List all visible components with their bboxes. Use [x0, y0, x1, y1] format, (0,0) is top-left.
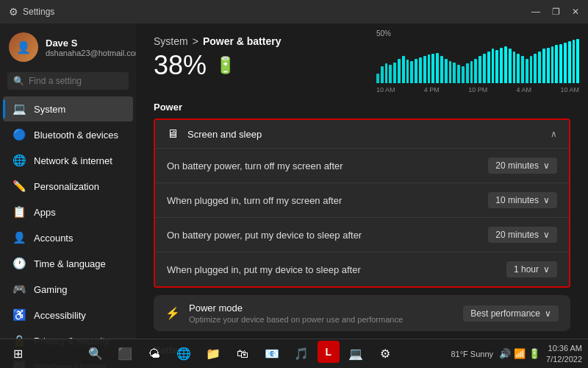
search-input[interactable] — [29, 76, 123, 86]
sidebar-item-network[interactable]: 🌐 Network & internet — [3, 148, 133, 173]
sidebar-item-system[interactable]: 💻 System — [3, 96, 133, 121]
power-mode-row[interactable]: ⚡ Power mode Optimize your device based … — [154, 295, 570, 331]
chart-bar — [470, 61, 473, 83]
close-button[interactable]: ✕ — [572, 7, 579, 17]
network-status-icon[interactable]: 📶 — [514, 348, 526, 359]
system-icon: 💻 — [12, 102, 26, 116]
sidebar-item-accessibility[interactable]: ♿ Accessibility — [3, 302, 133, 328]
sidebar-item-label-bluetooth: Bluetooth & devices — [34, 130, 118, 141]
search-box[interactable]: 🔍 — [7, 72, 129, 90]
chart-bar — [445, 59, 448, 83]
minimize-button[interactable]: — — [531, 7, 540, 17]
nav-section: 💻 System 🔵 Bluetooth & devices 🌐 Network… — [0, 96, 136, 368]
titlebar-title: Settings — [23, 7, 54, 17]
sidebar-item-label-gaming: Gaming — [34, 284, 68, 295]
setting-row-plugged-sleep: When plugged in, put my device to sleep … — [155, 252, 569, 286]
user-info: Dave S dshanaha23@hotmail.com — [46, 38, 142, 57]
chart-bar — [381, 66, 384, 83]
sidebar-item-personalization[interactable]: ✏️ Personalization — [3, 174, 133, 199]
chart-bar — [376, 74, 379, 83]
time-label-4: 4 AM — [517, 86, 532, 93]
chart-bars — [376, 39, 579, 83]
time-label-5: 10 AM — [560, 86, 579, 93]
user-email: dshanaha23@hotmail.com — [46, 49, 142, 57]
setting-label-plugged-sleep: When plugged in, put my device to sleep … — [167, 264, 361, 275]
sidebar-item-label-apps: Apps — [34, 207, 56, 218]
power-mode-icon: ⚡ — [165, 306, 180, 320]
chart-bar — [415, 59, 417, 83]
battery-status-icon[interactable]: 🔋 — [528, 348, 540, 359]
plugged-sleep-value-dropdown[interactable]: 1 hour ∨ — [506, 261, 557, 277]
taskbar-store-button[interactable]: 🛍 — [229, 341, 256, 367]
volume-icon[interactable]: 🔊 — [499, 348, 511, 359]
taskbar-widgets-button[interactable]: 🌤 — [141, 341, 168, 367]
chart-bar — [431, 54, 434, 83]
accounts-icon: 👤 — [12, 231, 26, 244]
chart-bar — [534, 54, 537, 83]
taskbar-settings-button[interactable]: ⚙ — [372, 341, 398, 367]
taskbar-center: 🔍 ⬛ 🌤 🌐 📁 🛍 📧 🎵 L 💻 ⚙ — [32, 341, 448, 367]
plugged-screen-value: 10 minutes — [495, 195, 539, 205]
setting-row-plugged-screen: When plugged in, turn off my screen afte… — [155, 183, 569, 218]
chart-bar — [410, 61, 413, 83]
taskbar-search-button[interactable]: 🔍 — [82, 341, 109, 367]
taskbar-media-button[interactable]: 🎵 — [288, 341, 315, 367]
weather-info: 81°F Sunny — [451, 350, 493, 358]
chart-bar — [576, 39, 579, 83]
chart-bar — [495, 50, 498, 83]
apps-icon: 📋 — [12, 205, 26, 219]
plugged-sleep-value: 1 hour — [514, 264, 539, 275]
settings-icon: ⚙ — [9, 6, 18, 18]
content-sections: Power 🖥 Screen and sleep ∧ On battery po… — [136, 96, 588, 368]
power-mode-subtitle: Optimize your device based on power use … — [189, 315, 454, 324]
screen-sleep-header[interactable]: 🖥 Screen and sleep ∧ — [155, 120, 569, 149]
chart-bar — [449, 61, 452, 83]
taskbar-task-view-button[interactable]: ⬛ — [112, 341, 138, 367]
chart-bar — [402, 56, 405, 83]
chart-bar — [559, 44, 562, 83]
sidebar-item-label-system: System — [34, 104, 65, 115]
chart-bar — [526, 59, 528, 83]
taskbar-app1-button[interactable]: L — [318, 341, 340, 363]
setting-row-battery-sleep: On battery power, put my device to sleep… — [155, 218, 569, 252]
screen-sleep-icon: 🖥 — [167, 127, 179, 141]
power-mode-value-dropdown[interactable]: Best performance ∨ — [463, 305, 559, 322]
user-profile: 👤 Dave S dshanaha23@hotmail.com — [0, 24, 136, 68]
taskbar-sys-icons: 🔊 📶 🔋 — [499, 348, 540, 359]
taskbar-terminal-button[interactable]: 💻 — [343, 341, 369, 367]
window-controls[interactable]: — ❐ ✕ — [531, 7, 579, 17]
breadcrumb-current: Power & battery — [203, 35, 282, 47]
taskbar-explorer-button[interactable]: 📁 — [200, 341, 226, 367]
battery-sleep-value-dropdown[interactable]: 20 minutes ∨ — [488, 227, 557, 243]
start-button[interactable]: ⊞ — [6, 342, 29, 366]
time-label-3: 10 PM — [468, 86, 487, 93]
chart-percent-label: 50% — [376, 29, 579, 38]
main-content: System > Power & battery 38% 🔋 50% 10 AM… — [136, 24, 588, 368]
maximize-button[interactable]: ❐ — [552, 7, 560, 17]
taskbar-datetime: 10:36 AM 7/12/2022 — [546, 343, 582, 364]
battery-screen-value-dropdown[interactable]: 20 minutes ∨ — [488, 158, 557, 174]
sidebar-item-gaming[interactable]: 🎮 Gaming — [3, 277, 133, 302]
network-icon: 🌐 — [12, 154, 26, 167]
sidebar-item-apps[interactable]: 📋 Apps — [3, 199, 133, 224]
plugged-screen-value-dropdown[interactable]: 10 minutes ∨ — [488, 192, 557, 208]
sidebar-item-time[interactable]: 🕐 Time & language — [3, 251, 133, 276]
sidebar-item-bluetooth[interactable]: 🔵 Bluetooth & devices — [3, 122, 133, 147]
taskbar-edge-button[interactable]: 🌐 — [171, 341, 197, 367]
sidebar-item-label-accessibility: Accessibility — [34, 310, 86, 321]
taskbar-mail-button[interactable]: 📧 — [259, 341, 285, 367]
dropdown-chevron-icon-2: ∨ — [543, 195, 550, 205]
gaming-icon: 🎮 — [12, 283, 26, 296]
battery-screen-value: 20 minutes — [495, 160, 539, 171]
sidebar-item-label-personalization: Personalization — [34, 181, 99, 192]
battery-icon: 🔋 — [215, 56, 235, 75]
breadcrumb-parent[interactable]: System — [154, 35, 188, 47]
chart-bar — [547, 48, 550, 83]
battery-sleep-value: 20 minutes — [495, 230, 539, 240]
chart-time-labels: 10 AM 4 PM 10 PM 4 AM 10 AM — [376, 86, 579, 93]
chart-bar — [474, 59, 477, 83]
dropdown-chevron-icon-4: ∨ — [543, 264, 550, 275]
chart-bar — [492, 49, 495, 83]
screen-sleep-section: 🖥 Screen and sleep ∧ On battery power, t… — [154, 118, 570, 288]
sidebar-item-accounts[interactable]: 👤 Accounts — [3, 225, 133, 250]
